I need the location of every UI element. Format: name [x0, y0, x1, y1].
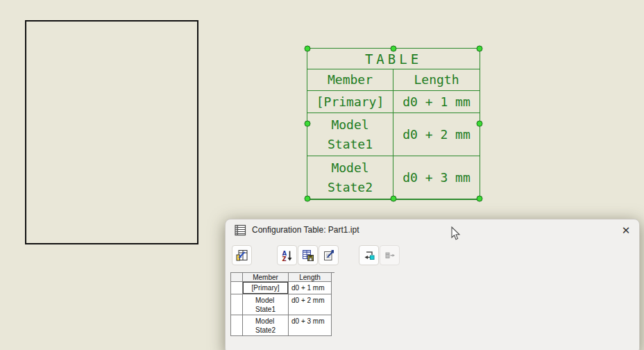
- row-selector[interactable]: [231, 315, 243, 336]
- dialog-cell-member-1[interactable]: Model State1: [243, 294, 289, 315]
- dialog-cell-length-1[interactable]: d0 + 2 mm: [289, 294, 332, 315]
- drawing-cell-member-1: Model State1: [307, 113, 393, 156]
- svg-text:Z: Z: [282, 255, 286, 262]
- drawing-table[interactable]: TABLE Member Length [Primary] d0 + 1 mm …: [307, 48, 480, 200]
- properties-icon: [323, 249, 335, 262]
- selection-handle[interactable]: [391, 196, 397, 202]
- export-column-button: [380, 245, 400, 265]
- drawing-cell-member-0: [Primary]: [307, 91, 393, 112]
- save-table-button[interactable]: [298, 245, 318, 265]
- drawing-canvas[interactable]: TABLE Member Length [Primary] d0 + 1 mm …: [0, 0, 644, 350]
- table-row[interactable]: Model State2 d0 + 3 mm: [231, 315, 334, 336]
- dialog-header-length[interactable]: Length: [289, 273, 332, 282]
- drawing-cell-length-1: d0 + 2 mm: [393, 113, 480, 156]
- sort-az-icon: A Z: [281, 249, 294, 262]
- drawing-table-header-length: Length: [393, 69, 480, 90]
- toolbar-group-columns: [359, 245, 400, 265]
- properties-button[interactable]: [319, 245, 339, 265]
- table-row: Model State1 d0 + 2 mm: [307, 113, 480, 156]
- sort-button[interactable]: A Z: [277, 245, 297, 265]
- drawing-cell-member-2: Model State2: [307, 156, 393, 199]
- table-row: Model State2 d0 + 3 mm: [307, 156, 480, 199]
- dialog-table-header: Member Length: [231, 273, 334, 282]
- insert-column-icon: [363, 249, 375, 262]
- configuration-table-icon: [235, 224, 246, 236]
- dialog-header-member[interactable]: Member: [243, 273, 289, 282]
- selection-handle[interactable]: [477, 196, 483, 202]
- toolbar-group-table: A Z: [277, 245, 339, 265]
- selection-handle[interactable]: [477, 46, 483, 52]
- dialog-title: Configuration Table: Part1.ipt: [252, 225, 359, 235]
- mouse-cursor-icon: [451, 226, 461, 241]
- drawing-table-title: TABLE: [307, 49, 480, 69]
- selection-handle[interactable]: [305, 121, 311, 127]
- dialog-cell-length-2[interactable]: d0 + 3 mm: [289, 315, 332, 336]
- selection-handle[interactable]: [391, 46, 397, 52]
- model-state-table-button[interactable]: [232, 245, 252, 265]
- table-row[interactable]: [Primary] d0 + 1 mm: [231, 282, 334, 294]
- export-column-icon: [384, 249, 396, 262]
- dialog-table[interactable]: Member Length [Primary] d0 + 1 mm Model …: [230, 272, 334, 336]
- table-row: [Primary] d0 + 1 mm: [307, 91, 480, 113]
- table-arrow-icon: [236, 249, 248, 262]
- row-selector-header[interactable]: [231, 273, 243, 282]
- dialog-cell-length-0[interactable]: d0 + 1 mm: [289, 282, 332, 294]
- configuration-table-dialog: Configuration Table: Part1.ipt ✕ A: [225, 219, 640, 350]
- row-selector[interactable]: [231, 282, 243, 294]
- drawing-cell-length-0: d0 + 1 mm: [393, 91, 480, 112]
- sketch-rectangle[interactable]: [25, 20, 198, 244]
- selection-handle[interactable]: [305, 46, 311, 52]
- table-row[interactable]: Model State1 d0 + 2 mm: [231, 294, 334, 315]
- drawing-cell-length-2: d0 + 3 mm: [393, 156, 480, 199]
- row-selector[interactable]: [231, 294, 243, 315]
- close-button[interactable]: ✕: [617, 222, 635, 239]
- drawing-table-header-row: Member Length: [307, 69, 480, 91]
- dialog-cell-member-2[interactable]: Model State2: [243, 315, 289, 336]
- dialog-titlebar[interactable]: Configuration Table: Part1.ipt: [226, 219, 639, 240]
- selection-handle[interactable]: [477, 121, 483, 127]
- dialog-toolbar: A Z: [232, 245, 400, 265]
- dialog-cell-member-0[interactable]: [Primary]: [243, 282, 289, 294]
- insert-member-column-button[interactable]: [359, 245, 379, 265]
- table-save-icon: [302, 249, 314, 262]
- selection-handle[interactable]: [305, 196, 311, 202]
- drawing-table-header-member: Member: [307, 69, 393, 90]
